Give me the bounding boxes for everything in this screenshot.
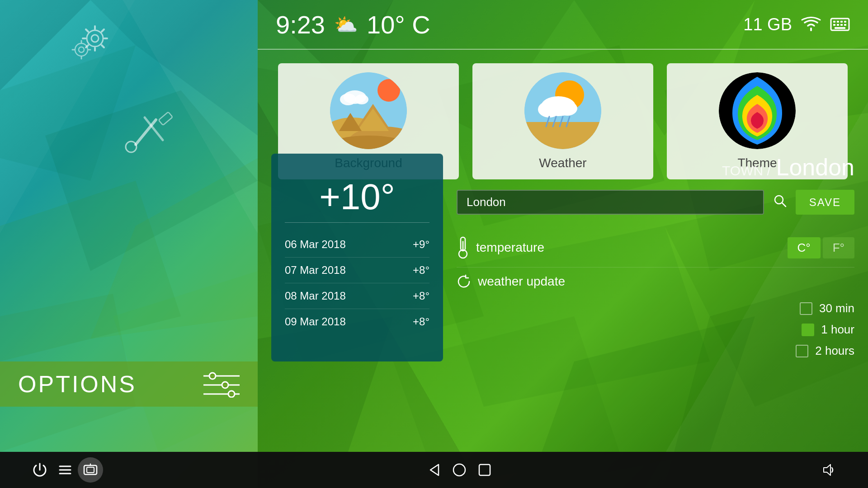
settings-panel: TOWN / London SAVE bbox=[457, 154, 854, 361]
weather-card-image bbox=[524, 72, 601, 149]
storage-display: 11 GB bbox=[743, 15, 792, 34]
screenshot-button[interactable] bbox=[78, 457, 103, 483]
current-temp: +10° bbox=[285, 167, 429, 223]
temp-toggles: C° F° bbox=[788, 237, 854, 258]
svg-rect-57 bbox=[835, 27, 845, 29]
forecast-temp-1: +8° bbox=[413, 264, 429, 277]
svg-rect-55 bbox=[840, 24, 843, 26]
forecast-date-3: 09 Mar 2018 bbox=[285, 315, 346, 328]
forecast-date-2: 08 Mar 2018 bbox=[285, 290, 346, 302]
forecast-list: 06 Mar 2018 +9° 07 Mar 2018 +8° 08 Mar 2… bbox=[285, 232, 429, 334]
theme-card-image bbox=[719, 72, 796, 149]
svg-point-61 bbox=[377, 79, 400, 102]
update-option-30min: 30 min bbox=[457, 298, 854, 319]
temperature-row: temperature C° F° bbox=[457, 228, 854, 267]
svg-point-69 bbox=[340, 94, 356, 105]
content-area: +10° 06 Mar 2018 +9° 07 Mar 2018 +8° 08 … bbox=[258, 145, 868, 371]
svg-rect-41 bbox=[159, 112, 173, 125]
svg-rect-89 bbox=[462, 241, 464, 250]
svg-rect-51 bbox=[840, 21, 843, 23]
svg-rect-94 bbox=[87, 467, 94, 473]
home-button[interactable] bbox=[447, 457, 472, 483]
search-button[interactable] bbox=[769, 190, 791, 215]
forecast-row-0: 06 Mar 2018 +9° bbox=[285, 232, 429, 258]
update-option-2hours: 2 hours bbox=[457, 340, 854, 361]
gear-icon bbox=[63, 23, 118, 68]
svg-point-78 bbox=[557, 101, 577, 116]
svg-rect-56 bbox=[844, 24, 846, 26]
wifi-icon bbox=[801, 17, 821, 32]
system-info: 11 GB bbox=[743, 15, 850, 34]
svg-rect-50 bbox=[837, 21, 839, 23]
forecast-temp-0: +9° bbox=[413, 238, 429, 251]
checkbox-30min[interactable] bbox=[800, 302, 812, 315]
svg-line-29 bbox=[102, 45, 104, 47]
weather-cloud-icon: ⛅ bbox=[334, 14, 358, 36]
keyboard-icon bbox=[830, 17, 850, 32]
svg-point-45 bbox=[222, 382, 228, 388]
svg-rect-52 bbox=[844, 21, 846, 23]
svg-point-70 bbox=[355, 94, 368, 104]
town-header: TOWN / London bbox=[457, 154, 854, 181]
forecast-temp-2: +8° bbox=[413, 290, 429, 302]
update-options-section: 30 min 1 hour 2 hours bbox=[457, 298, 854, 361]
save-button[interactable]: SAVE bbox=[796, 190, 854, 215]
svg-line-86 bbox=[782, 203, 786, 206]
svg-point-32 bbox=[75, 43, 88, 56]
top-bar: 9:23 ⛅ 10° C 11 GB bbox=[258, 0, 868, 50]
celsius-button[interactable]: C° bbox=[788, 237, 821, 258]
taskbar bbox=[0, 452, 868, 488]
weather-update-row: weather update bbox=[457, 267, 854, 291]
power-button[interactable] bbox=[27, 457, 52, 483]
forecast-row-1: 07 Mar 2018 +8° bbox=[285, 258, 429, 283]
layers-button[interactable] bbox=[52, 457, 78, 483]
update-option-1hour: 1 hour bbox=[457, 319, 854, 340]
forecast-row-2: 08 Mar 2018 +8° bbox=[285, 283, 429, 309]
weather-panel: +10° 06 Mar 2018 +9° 07 Mar 2018 +8° 08 … bbox=[271, 154, 443, 361]
refresh-icon bbox=[457, 274, 471, 289]
forecast-row-3: 09 Mar 2018 +8° bbox=[285, 309, 429, 334]
search-icon bbox=[773, 194, 787, 207]
volume-button[interactable] bbox=[816, 457, 841, 483]
svg-marker-96 bbox=[430, 465, 439, 475]
svg-rect-53 bbox=[833, 24, 835, 26]
svg-point-33 bbox=[79, 47, 84, 52]
search-input[interactable] bbox=[457, 190, 764, 215]
options-section[interactable]: OPTIONS bbox=[0, 361, 258, 407]
svg-line-28 bbox=[86, 29, 88, 32]
weather-update-text: weather update bbox=[478, 274, 565, 289]
tools-icon bbox=[122, 108, 176, 155]
recent-apps-button[interactable] bbox=[472, 457, 497, 483]
sidebar: OPTIONS bbox=[0, 0, 258, 488]
checkbox-2hours[interactable] bbox=[796, 345, 808, 357]
svg-point-97 bbox=[453, 464, 465, 476]
forecast-temp-3: +8° bbox=[413, 315, 429, 328]
svg-rect-98 bbox=[479, 465, 490, 475]
svg-rect-54 bbox=[837, 24, 839, 26]
weather-update-label: weather update bbox=[457, 274, 565, 289]
main-container: OPTIONS 9:23 ⛅ 10° C 11 GB bbox=[0, 0, 868, 488]
svg-rect-49 bbox=[833, 21, 835, 23]
sliders-icon bbox=[203, 371, 240, 398]
svg-marker-99 bbox=[824, 465, 830, 475]
svg-point-39 bbox=[126, 141, 137, 152]
svg-point-43 bbox=[209, 373, 216, 379]
search-row: SAVE bbox=[457, 190, 854, 215]
town-label: TOWN / bbox=[722, 163, 771, 178]
thermometer-icon bbox=[457, 236, 469, 259]
checkbox-1hour[interactable] bbox=[802, 324, 814, 336]
forecast-date-1: 07 Mar 2018 bbox=[285, 264, 346, 277]
temperature-text: temperature bbox=[476, 240, 544, 255]
time-weather: 9:23 ⛅ 10° C bbox=[276, 10, 430, 39]
town-name: London bbox=[776, 154, 854, 180]
svg-line-30 bbox=[102, 29, 104, 32]
temperature-label: temperature bbox=[457, 236, 544, 259]
gear-icons-area bbox=[63, 23, 118, 70]
svg-line-38 bbox=[136, 120, 156, 145]
fahrenheit-button[interactable]: F° bbox=[823, 237, 854, 258]
temp-display: 10° C bbox=[367, 10, 430, 39]
time-display: 9:23 bbox=[276, 10, 325, 39]
option-30min-label: 30 min bbox=[819, 301, 854, 315]
forecast-date-0: 06 Mar 2018 bbox=[285, 238, 346, 251]
back-button[interactable] bbox=[421, 457, 447, 483]
